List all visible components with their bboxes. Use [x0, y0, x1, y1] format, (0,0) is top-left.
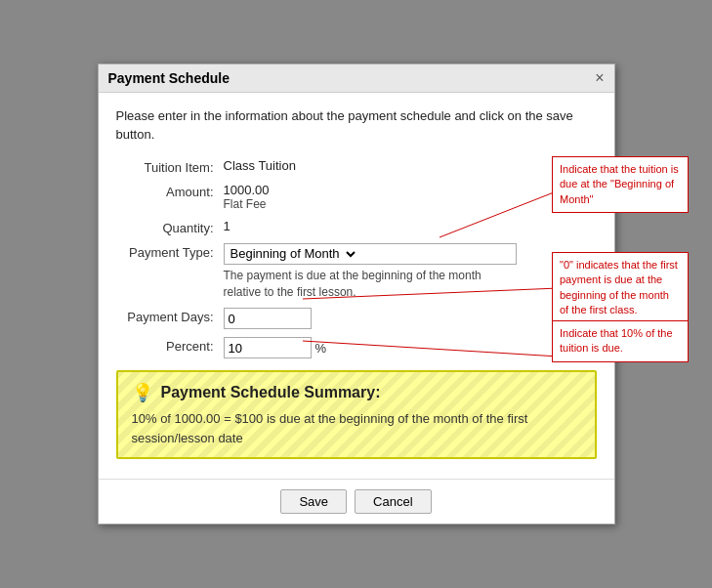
- summary-title-text: Payment Schedule Summary:: [161, 384, 381, 401]
- percent-input[interactable]: [224, 337, 312, 358]
- callout-3: Indicate that 10% of the tuition is due.: [552, 320, 689, 362]
- summary-box: 💡 Payment Schedule Summary: 10% of 1000.…: [116, 370, 597, 459]
- percent-symbol: %: [315, 341, 327, 356]
- payment-days-input[interactable]: [224, 308, 312, 329]
- tuition-item-value: Class Tuition: [224, 158, 296, 173]
- quantity-row: Quantity: 1: [116, 219, 597, 235]
- close-button[interactable]: ×: [595, 70, 604, 86]
- payment-type-description: The payment is due at the beginning of t…: [224, 268, 517, 301]
- percent-row: Percent: %: [116, 337, 597, 358]
- bulb-icon: 💡: [132, 382, 153, 403]
- amount-label: Amount:: [116, 183, 224, 199]
- callout-1: Indicate that the tuition is due at the …: [552, 156, 689, 213]
- quantity-label: Quantity:: [116, 219, 224, 235]
- dialog-title: Payment Schedule: [108, 70, 230, 86]
- amount-row: Amount: 1000.00 Flat Fee: [116, 183, 597, 211]
- quantity-value: 1: [224, 219, 230, 233]
- tuition-item-row: Tuition Item: Class Tuition: [116, 158, 597, 175]
- amount-type: Flat Fee: [224, 197, 270, 211]
- dialog-footer: Save Cancel: [99, 479, 614, 524]
- callout-2: "0" indicates that the first payment is …: [552, 252, 689, 324]
- dialog-body: Please enter in the information about th…: [99, 93, 614, 480]
- payment-type-row: Payment Type: Beginning of Month End of …: [116, 243, 597, 301]
- summary-title: 💡 Payment Schedule Summary:: [132, 382, 581, 403]
- payment-type-label: Payment Type:: [116, 243, 224, 260]
- payment-days-row: Payment Days:: [116, 308, 597, 329]
- save-button[interactable]: Save: [280, 489, 347, 514]
- cancel-button[interactable]: Cancel: [355, 489, 431, 514]
- payment-schedule-dialog: Payment Schedule × Please enter in the i…: [98, 63, 615, 525]
- dialog-titlebar: Payment Schedule ×: [99, 64, 614, 93]
- amount-value: 1000.00: [224, 183, 270, 197]
- intro-text: Please enter in the information about th…: [116, 106, 597, 145]
- payment-type-block: Beginning of Month End of Month On Lesso…: [224, 243, 517, 301]
- percent-input-row: %: [224, 337, 327, 358]
- payment-days-label: Payment Days:: [116, 308, 224, 324]
- tuition-item-label: Tuition Item:: [116, 158, 224, 175]
- amount-value-block: 1000.00 Flat Fee: [224, 183, 270, 211]
- payment-type-select-wrapper[interactable]: Beginning of Month End of Month On Lesso…: [224, 243, 517, 265]
- summary-text: 10% of 1000.00 = $100 is due at the begi…: [132, 409, 581, 447]
- percent-label: Percent:: [116, 337, 224, 354]
- payment-type-select[interactable]: Beginning of Month End of Month On Lesso…: [225, 244, 358, 264]
